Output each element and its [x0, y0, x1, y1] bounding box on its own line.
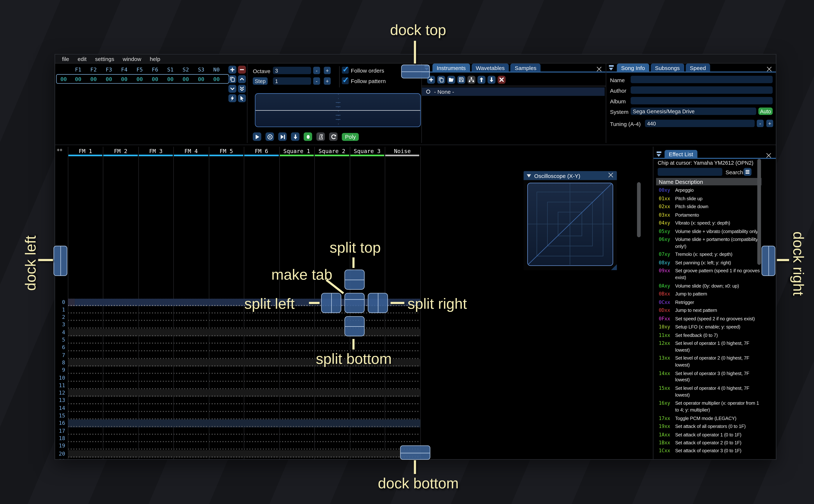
- pattern-row-18[interactable]: 18: [55, 435, 420, 442]
- pattern-cell[interactable]: [68, 298, 102, 306]
- pattern-cell[interactable]: [350, 382, 384, 389]
- order-value-S2[interactable]: 00: [178, 76, 193, 82]
- menu-help[interactable]: help: [146, 55, 164, 62]
- pattern-cell[interactable]: [104, 359, 138, 367]
- close-icon[interactable]: [596, 65, 602, 71]
- pattern-cell[interactable]: [68, 420, 102, 427]
- pattern-cell[interactable]: [104, 457, 138, 459]
- pattern-cell[interactable]: [244, 351, 278, 359]
- pattern-cell[interactable]: [280, 367, 314, 374]
- pattern-cell[interactable]: [68, 344, 102, 351]
- pattern-cell[interactable]: [315, 457, 349, 459]
- pattern-cell[interactable]: [385, 314, 420, 321]
- follow-pattern-checkbox[interactable]: ✓ Follow pattern: [342, 77, 385, 84]
- search-input[interactable]: [658, 168, 722, 176]
- channel-header-fm-6[interactable]: FM 6: [244, 147, 279, 155]
- play-from-cursor-button[interactable]: [278, 132, 287, 141]
- pattern-cell[interactable]: [315, 321, 349, 329]
- octave-input[interactable]: [273, 67, 311, 74]
- pattern-cell[interactable]: [68, 314, 102, 321]
- pattern-cell[interactable]: [104, 367, 138, 374]
- pattern-cell[interactable]: [280, 435, 314, 442]
- pattern-cell[interactable]: [104, 435, 138, 442]
- pattern-cell[interactable]: [280, 427, 314, 435]
- pattern-cell[interactable]: [139, 450, 173, 457]
- pattern-cell[interactable]: [139, 405, 173, 412]
- pattern-cell[interactable]: [280, 389, 314, 397]
- collapse-triangle-icon[interactable]: [527, 174, 531, 177]
- pattern-cell[interactable]: [385, 427, 420, 435]
- dock-left-target[interactable]: [53, 246, 67, 276]
- record-button[interactable]: [303, 132, 312, 141]
- pattern-cell[interactable]: [315, 435, 349, 442]
- hamburger-menu-icon[interactable]: [744, 168, 752, 176]
- pattern-cell[interactable]: [385, 344, 420, 351]
- dock-bottom-target[interactable]: [400, 445, 431, 460]
- tab-subsongs[interactable]: Subsongs: [651, 64, 684, 71]
- pattern-cell[interactable]: [209, 298, 243, 306]
- pattern-cell[interactable]: [209, 321, 243, 329]
- play-button[interactable]: [253, 132, 261, 141]
- pattern-cell[interactable]: [68, 374, 102, 382]
- pattern-cell[interactable]: [244, 397, 278, 404]
- pattern-cell[interactable]: [174, 420, 208, 427]
- dock-top-target[interactable]: [401, 65, 430, 78]
- system-input[interactable]: [631, 108, 756, 115]
- pattern-cell[interactable]: [174, 314, 208, 321]
- pattern-cell[interactable]: [385, 321, 420, 329]
- pattern-cell[interactable]: [68, 457, 102, 459]
- pattern-cell[interactable]: [104, 336, 138, 344]
- pattern-row-20[interactable]: 20: [55, 450, 420, 457]
- pattern-cell[interactable]: [280, 314, 314, 321]
- pattern-cell[interactable]: [209, 344, 243, 351]
- pattern-cell[interactable]: [385, 367, 420, 374]
- pattern-cell[interactable]: [209, 314, 243, 321]
- pattern-row-13[interactable]: 13: [55, 397, 420, 404]
- duplicate-order[interactable]: [228, 75, 236, 83]
- pattern-cell[interactable]: [68, 397, 102, 404]
- pattern-cell[interactable]: [244, 344, 278, 351]
- pattern-cell[interactable]: [385, 412, 420, 420]
- order-row-index[interactable]: 00: [57, 76, 71, 82]
- pattern-cell[interactable]: [244, 336, 278, 344]
- effect-row-17xx[interactable]: 17xxToggle PCM mode (LEGACY): [656, 414, 767, 423]
- pattern-cell[interactable]: [139, 351, 173, 359]
- pattern-cell[interactable]: [350, 457, 384, 459]
- pattern-cell[interactable]: [174, 435, 208, 442]
- pattern-cell[interactable]: [350, 412, 384, 420]
- pattern-cell[interactable]: [139, 397, 173, 404]
- pattern-cell[interactable]: [244, 457, 278, 459]
- dock-right-target[interactable]: [761, 246, 775, 276]
- pattern-cell[interactable]: [104, 314, 138, 321]
- order-value-S3[interactable]: 00: [193, 76, 209, 82]
- pattern-cell[interactable]: [350, 442, 384, 450]
- pattern-cell[interactable]: [209, 374, 243, 382]
- pattern-cell[interactable]: [209, 457, 243, 459]
- pattern-cell[interactable]: [244, 321, 278, 329]
- channel-header-noise[interactable]: Noise: [385, 147, 420, 155]
- order-value-F4[interactable]: 00: [117, 76, 132, 82]
- order-edit-mode[interactable]: [238, 94, 246, 102]
- step-increase-button[interactable]: +: [324, 77, 331, 85]
- pattern-cell[interactable]: [104, 389, 138, 397]
- move-instrument-down[interactable]: [488, 76, 496, 84]
- effect-row-1Axx[interactable]: 1AxxSet attack of operator 1 (0 to 1F): [656, 431, 767, 439]
- duplicate-instrument[interactable]: [437, 76, 445, 84]
- pattern-cell[interactable]: [104, 351, 138, 359]
- pattern-cell[interactable]: [104, 412, 138, 420]
- pattern-cell[interactable]: [104, 329, 138, 336]
- octave-increase-button[interactable]: +: [324, 67, 331, 74]
- order-value-F1[interactable]: 00: [70, 76, 86, 82]
- pattern-cell[interactable]: [244, 435, 278, 442]
- pattern-cell[interactable]: [280, 359, 314, 367]
- pattern-cell[interactable]: [174, 450, 208, 457]
- pattern-row-12[interactable]: 12: [55, 389, 420, 397]
- pattern-cell[interactable]: [385, 374, 420, 382]
- effect-row-14xx[interactable]: 14xxSet level of operator 3 (0 highest, …: [656, 369, 767, 384]
- order-value-S1[interactable]: 00: [163, 76, 178, 82]
- pattern-cell[interactable]: [315, 397, 349, 404]
- pattern-cell[interactable]: [68, 306, 102, 314]
- pattern-cell[interactable]: [104, 382, 138, 389]
- effect-row-19xx[interactable]: 19xxSet attack of all operators (0 to 1F…: [656, 422, 767, 431]
- effect-row-12xx[interactable]: 12xxSet level of operator 1 (0 highest, …: [656, 339, 767, 354]
